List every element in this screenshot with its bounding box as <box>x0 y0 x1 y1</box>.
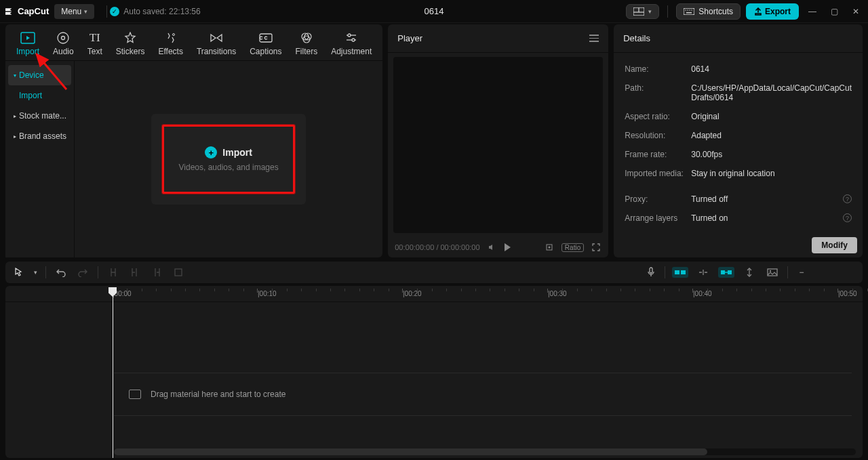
help-icon[interactable]: ? <box>843 213 852 222</box>
help-icon[interactable]: ? <box>843 194 852 203</box>
maximize-button[interactable]: ▢ <box>826 3 842 20</box>
modify-button[interactable]: Modify <box>812 237 857 253</box>
details-panel: Details Name:0614 Path:C:/Users/HP/AppDa… <box>614 24 863 257</box>
minimize-button[interactable]: — <box>804 3 821 20</box>
time-display: 00:00:00:00 / 00:00:00:00 <box>395 243 479 251</box>
timeline-panel: |00:00|00:10|00:20|00:30|00:40|00:50 Dra… <box>5 286 863 458</box>
svg-rect-8 <box>686 12 692 14</box>
zoom-slider[interactable] <box>815 266 856 279</box>
media-tabs: Import Audio TI Text Stickers Effects Tr… <box>5 24 382 61</box>
value-resolution: Adapted <box>691 131 852 140</box>
preview-axis-button[interactable] <box>741 267 757 278</box>
separator <box>667 5 668 18</box>
player-header: Player <box>388 24 608 53</box>
player-controls: 00:00:00:00 / 00:00:00:00 Ratio <box>388 237 608 257</box>
sidenav-brand[interactable]: ▸Brand assets <box>8 126 71 146</box>
separator <box>106 5 107 18</box>
import-dropzone[interactable]: + Import Videos, audios, and images <box>151 114 306 205</box>
auto-snap-button[interactable] <box>695 267 711 278</box>
voiceover-button[interactable] <box>644 266 658 279</box>
svg-point-19 <box>348 34 351 37</box>
svg-rect-27 <box>681 270 686 274</box>
zoom-out-button[interactable]: − <box>795 266 808 279</box>
svg-rect-25 <box>650 268 652 273</box>
cover-button[interactable] <box>764 267 781 278</box>
stickers-icon <box>123 31 138 45</box>
sidenav-import[interactable]: Import <box>8 85 71 106</box>
tab-import[interactable]: Import <box>9 27 46 60</box>
value-aspect: Original <box>691 112 852 121</box>
tab-adjustment[interactable]: Adjustment <box>324 27 378 60</box>
svg-point-21 <box>352 39 355 41</box>
export-button[interactable]: Export <box>746 3 799 20</box>
annotation-highlight <box>162 125 295 194</box>
app-logo: CapCut <box>4 6 49 17</box>
transitions-icon <box>209 31 224 45</box>
svg-point-12 <box>62 37 65 40</box>
value-framerate: 30.00fps <box>691 150 852 159</box>
tab-text[interactable]: TI Text <box>81 27 109 60</box>
linkage-button[interactable] <box>718 267 734 278</box>
main-track-magnet-button[interactable] <box>672 267 688 278</box>
svg-point-13 <box>172 34 174 36</box>
shortcuts-button[interactable]: Shortcuts <box>676 3 741 20</box>
scrollbar-thumb[interactable] <box>114 448 707 455</box>
fullscreen-icon[interactable] <box>591 242 601 253</box>
media-panel: Import Audio TI Text Stickers Effects Tr… <box>5 24 382 257</box>
label-aspect: Aspect ratio: <box>625 112 691 121</box>
tab-stickers[interactable]: Stickers <box>109 27 152 60</box>
tool-dropdown[interactable]: ▾ <box>34 269 37 276</box>
svg-rect-14 <box>260 34 272 42</box>
media-sidenav: ▾Device Import ▸Stock mate... ▸Brand ass… <box>5 61 75 257</box>
label-framerate: Frame rate: <box>625 150 691 159</box>
svg-point-6 <box>690 9 690 10</box>
menu-button[interactable]: Menu▾ <box>54 4 94 19</box>
trim-right-button <box>150 266 163 279</box>
tab-captions[interactable]: Captions <box>243 27 288 60</box>
sidenav-device[interactable]: ▾Device <box>8 65 71 85</box>
tab-filters[interactable]: Filters <box>289 27 325 60</box>
app-name: CapCut <box>18 6 49 16</box>
value-proxy: Turned off <box>691 194 843 204</box>
volume-icon[interactable] <box>487 242 498 253</box>
tab-transitions[interactable]: Transitions <box>190 27 243 60</box>
player-viewport[interactable] <box>393 57 603 233</box>
svg-point-4 <box>686 9 686 10</box>
captions-icon <box>258 31 273 45</box>
svg-rect-24 <box>175 269 182 276</box>
play-button[interactable] <box>505 243 511 251</box>
sidenav-stock[interactable]: ▸Stock mate... <box>8 106 71 126</box>
tab-effects[interactable]: Effects <box>151 27 189 60</box>
timeline-tracks[interactable]: Drag material here and start to create <box>5 302 863 448</box>
svg-marker-10 <box>26 36 30 40</box>
details-header: Details <box>614 24 863 53</box>
svg-rect-29 <box>728 270 732 274</box>
label-path: Path: <box>625 83 691 102</box>
timeline-scrollbar[interactable] <box>114 448 856 455</box>
ratio-button[interactable]: Ratio <box>561 243 584 252</box>
layout-button[interactable]: ▾ <box>626 4 659 19</box>
stabilize-icon[interactable] <box>544 242 555 253</box>
svg-point-5 <box>688 9 688 10</box>
filters-icon <box>299 31 314 45</box>
player-menu-icon[interactable] <box>589 35 599 42</box>
timeline-toolbar: ▾ − <box>5 262 863 283</box>
undo-button[interactable] <box>54 266 68 279</box>
adjustment-icon <box>344 31 359 45</box>
split-button <box>106 266 120 279</box>
pointer-tool[interactable] <box>12 266 26 279</box>
import-area: + Import Videos, audios, and images <box>75 61 382 257</box>
titlebar: CapCut Menu▾ ✓ Auto saved: 22:13:56 0614… <box>0 0 868 23</box>
close-button[interactable]: ✕ <box>848 3 864 20</box>
svg-point-11 <box>58 33 68 43</box>
label-arrange: Arrange layers <box>625 213 691 223</box>
audio-icon <box>56 31 71 45</box>
import-icon <box>20 31 35 45</box>
svg-point-7 <box>692 9 692 10</box>
redo-button[interactable] <box>76 266 90 279</box>
label-proxy: Proxy: <box>625 194 691 204</box>
track-drop-hint: Drag material here and start to create <box>114 373 852 416</box>
timeline-ruler[interactable]: |00:00|00:10|00:20|00:30|00:40|00:50 <box>5 286 863 302</box>
tab-audio[interactable]: Audio <box>46 27 81 60</box>
value-path: C:/Users/HP/AppData/Local/CapCut/CapCut … <box>691 83 852 102</box>
